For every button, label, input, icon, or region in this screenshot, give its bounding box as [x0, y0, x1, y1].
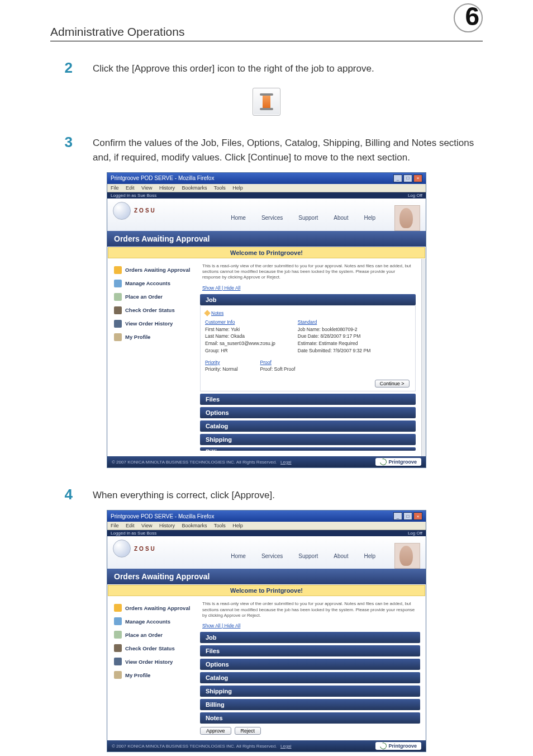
- panel-job[interactable]: Job: [200, 294, 416, 305]
- panel-files[interactable]: Files: [200, 394, 416, 405]
- logoff-link[interactable]: Log Off: [408, 531, 422, 536]
- menu-bookmarks[interactable]: Bookmarks: [182, 185, 207, 191]
- logoff-link[interactable]: Log Off: [408, 193, 422, 198]
- step-3: 3 Confirm the values of the Job, Files, …: [50, 134, 483, 166]
- legal-link[interactable]: Legal: [280, 744, 292, 749]
- sidebar-item-place-order[interactable]: Place an Order: [113, 628, 194, 641]
- profile-icon: [114, 671, 122, 679]
- top-nav: Home Services Support About Help: [231, 540, 420, 569]
- top-bar: ZOSU Home Services Support About Help: [107, 199, 426, 231]
- panel-options[interactable]: Options: [200, 407, 416, 418]
- logo-text: ZOSU: [134, 207, 156, 214]
- page-heading-bar: Orders Awaiting Approval: [107, 569, 426, 584]
- sidebar-item-order-history[interactable]: View Order History: [113, 317, 194, 330]
- sidebar-item-my-profile[interactable]: My Profile: [113, 668, 194, 682]
- brand-logo: ZOSU: [113, 540, 156, 557]
- continue-button[interactable]: Continue >: [375, 380, 410, 388]
- sidebar-item-label: Check Order Status: [125, 645, 175, 651]
- sidebar-item-accounts[interactable]: Manage Accounts: [113, 615, 194, 628]
- menu-tools[interactable]: Tools: [214, 185, 226, 191]
- minimize-icon[interactable]: _: [393, 512, 402, 520]
- sidebar-item-place-order[interactable]: Place an Order: [113, 290, 194, 304]
- show-hide-link[interactable]: Show All | Hide All: [200, 284, 242, 292]
- login-strip: Logged in as Sue Boss Log Off: [107, 192, 426, 199]
- side-nav: Orders Awaiting Approval Manage Accounts…: [113, 263, 194, 451]
- close-icon[interactable]: ×: [413, 174, 422, 182]
- panel-options[interactable]: Options: [200, 659, 420, 670]
- show-hide-link[interactable]: Show All | Hide All: [200, 622, 242, 630]
- sidebar-item-my-profile[interactable]: My Profile: [113, 330, 194, 344]
- panel-billing-peek[interactable]: Billing: [200, 447, 416, 451]
- sidebar-item-label: Orders Awaiting Approval: [125, 267, 190, 273]
- proof-link[interactable]: Proof: [260, 360, 272, 365]
- nav-about[interactable]: About: [334, 553, 348, 559]
- notes-link[interactable]: Notes: [205, 310, 223, 316]
- nav-services[interactable]: Services: [261, 215, 283, 221]
- customer-info-link[interactable]: Customer Info: [205, 319, 235, 325]
- menu-history[interactable]: History: [159, 523, 175, 528]
- sidebar-item-label: Manage Accounts: [125, 280, 170, 286]
- window-titlebar: Printgroove POD SERVE - Mozilla Firefox …: [107, 173, 426, 184]
- sidebar-item-label: My Profile: [125, 672, 150, 678]
- close-icon[interactable]: ×: [413, 512, 422, 520]
- side-nav: Orders Awaiting Approval Manage Accounts…: [113, 601, 194, 735]
- menu-edit[interactable]: Edit: [126, 523, 135, 528]
- scrollbar[interactable]: [421, 259, 426, 456]
- sidebar-item-label: My Profile: [125, 334, 150, 340]
- menu-file[interactable]: File: [111, 185, 119, 191]
- nav-support[interactable]: Support: [298, 553, 318, 559]
- menu-help[interactable]: Help: [232, 185, 243, 191]
- swirl-icon: [379, 741, 388, 750]
- panel-shipping[interactable]: Shipping: [200, 686, 420, 697]
- header-title: Administrative Operations: [50, 25, 184, 39]
- logo-icon: [113, 202, 131, 220]
- user-avatar: [394, 543, 420, 569]
- menu-edit[interactable]: Edit: [126, 185, 135, 191]
- maximize-icon[interactable]: □: [403, 512, 412, 520]
- nav-help[interactable]: Help: [364, 215, 375, 221]
- menu-history[interactable]: History: [159, 185, 175, 191]
- menu-file[interactable]: File: [111, 523, 119, 528]
- minimize-icon[interactable]: _: [393, 174, 402, 182]
- job-email: Email: sa_suser03@www.zosu.jp: [205, 341, 275, 346]
- nav-help[interactable]: Help: [364, 553, 375, 559]
- approve-button[interactable]: Approve: [200, 727, 231, 735]
- panel-job[interactable]: Job: [200, 632, 420, 643]
- panel-shipping[interactable]: Shipping: [200, 434, 416, 445]
- printgroove-logo: Printgroove: [375, 458, 421, 466]
- menu-tools[interactable]: Tools: [214, 523, 226, 528]
- panel-notes[interactable]: Notes: [200, 712, 420, 724]
- sidebar-item-check-status[interactable]: Check Order Status: [113, 641, 194, 655]
- sidebar-item-order-history[interactable]: View Order History: [113, 655, 194, 668]
- nav-about[interactable]: About: [334, 215, 348, 221]
- step-2-number: 2: [50, 59, 73, 77]
- sidebar-item-approval[interactable]: Orders Awaiting Approval: [113, 263, 194, 277]
- nav-home[interactable]: Home: [231, 215, 246, 221]
- maximize-icon[interactable]: □: [403, 174, 412, 182]
- menu-view[interactable]: View: [141, 185, 152, 191]
- standard-link[interactable]: Standard: [298, 319, 317, 325]
- sidebar-item-check-status[interactable]: Check Order Status: [113, 304, 194, 317]
- panel-billing[interactable]: Billing: [200, 699, 420, 710]
- legal-link[interactable]: Legal: [280, 460, 292, 465]
- sidebar-item-label: Check Order Status: [125, 307, 175, 313]
- priority-link[interactable]: Priority: [205, 360, 220, 365]
- panel-catalog[interactable]: Catalog: [200, 420, 416, 432]
- nav-services[interactable]: Services: [261, 553, 283, 559]
- job-last-name: Last Name: Okada: [205, 333, 245, 339]
- printgroove-logo: Printgroove: [375, 742, 421, 750]
- proof-value: Proof: Soft Proof: [260, 366, 296, 372]
- sidebar-item-approval[interactable]: Orders Awaiting Approval: [113, 601, 194, 615]
- accounts-icon: [114, 280, 122, 287]
- copyright: © 2007 KONICA MINOLTA BUSINESS TECHNOLOG…: [112, 460, 277, 465]
- menu-help[interactable]: Help: [232, 523, 243, 528]
- menu-bookmarks[interactable]: Bookmarks: [182, 523, 207, 528]
- menu-view[interactable]: View: [141, 523, 152, 528]
- nav-support[interactable]: Support: [298, 215, 318, 221]
- panel-files[interactable]: Files: [200, 645, 420, 656]
- panel-catalog[interactable]: Catalog: [200, 672, 420, 683]
- reject-button[interactable]: Reject: [235, 727, 261, 735]
- nav-home[interactable]: Home: [231, 553, 246, 559]
- cart-icon: [114, 631, 122, 639]
- sidebar-item-accounts[interactable]: Manage Accounts: [113, 277, 194, 290]
